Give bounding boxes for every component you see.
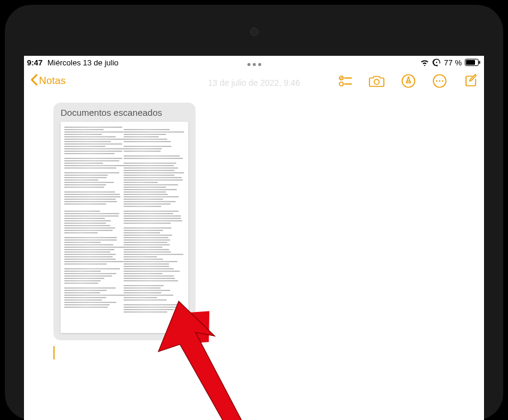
- chevron-left-icon: [30, 74, 38, 89]
- device-bezel: 9:47 Miércoles 13 de julio 77 %: [5, 5, 503, 420]
- scan-thumbnail[interactable]: [61, 122, 188, 333]
- note-body[interactable]: Documentos escaneados: [24, 94, 484, 359]
- svg-point-6: [339, 82, 343, 86]
- more-icon[interactable]: [432, 74, 447, 88]
- compose-icon[interactable]: [464, 74, 478, 88]
- back-button[interactable]: Notas: [30, 74, 65, 89]
- status-left: 9:47 Miércoles 13 de julio: [27, 58, 119, 67]
- battery-percent: 77 %: [444, 58, 462, 67]
- multitask-dots[interactable]: [247, 63, 261, 66]
- markup-icon[interactable]: [401, 74, 416, 88]
- orientation-lock-icon: [432, 58, 441, 67]
- svg-point-0: [436, 62, 437, 63]
- front-camera: [250, 28, 258, 36]
- scanned-document-card[interactable]: Documentos escaneados: [53, 103, 196, 340]
- camera-icon[interactable]: [369, 74, 384, 88]
- status-bar: 9:47 Miércoles 13 de julio 77 %: [24, 56, 484, 68]
- nav-actions: [339, 74, 478, 88]
- back-label: Notas: [39, 75, 65, 87]
- svg-point-14: [442, 80, 444, 82]
- status-date: Miércoles 13 de julio: [47, 58, 119, 67]
- svg-rect-2: [466, 60, 475, 65]
- status-right: 77 %: [420, 58, 480, 67]
- svg-point-13: [439, 80, 441, 82]
- battery-icon: [465, 59, 480, 66]
- text-cursor: [53, 346, 55, 359]
- status-time: 9:47: [27, 58, 43, 67]
- device-frame: 9:47 Miércoles 13 de julio 77 %: [0, 0, 508, 420]
- svg-point-12: [436, 80, 438, 82]
- scan-card-title: Documentos escaneados: [53, 103, 196, 122]
- checklist-icon[interactable]: [339, 75, 352, 87]
- note-timestamp: 13 de julio de 2022, 9:46: [208, 78, 300, 88]
- svg-point-8: [374, 79, 379, 84]
- navigation-bar: Notas 13 de julio de 2022, 9:46: [24, 68, 484, 94]
- wifi-icon: [420, 59, 429, 66]
- svg-rect-3: [479, 61, 480, 64]
- screen: 9:47 Miércoles 13 de julio 77 %: [24, 56, 484, 420]
